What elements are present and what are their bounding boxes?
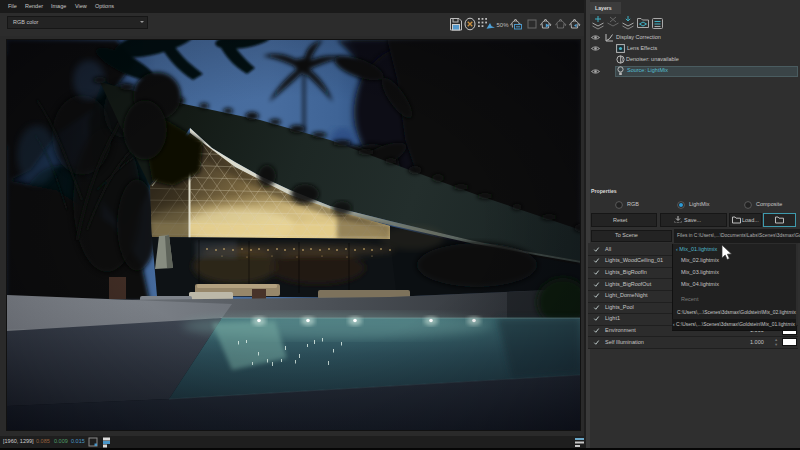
svg-text:50%: 50% [497, 22, 510, 28]
